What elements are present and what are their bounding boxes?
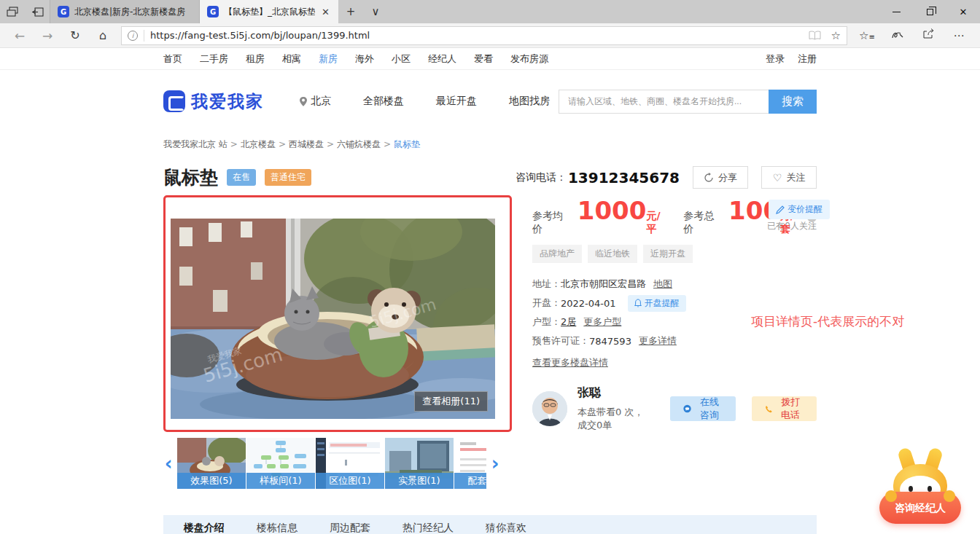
tab-building-info[interactable]: 楼栋信息 <box>257 522 298 534</box>
thumbnail-label: 效果图(5) <box>177 473 246 489</box>
browser-tab-inactive[interactable]: G 北京楼盘|新房-北京新楼盘房 <box>50 0 200 23</box>
field-label: 户型： <box>532 315 561 329</box>
breadcrumb-sep: > <box>279 139 286 149</box>
thumbnail-facility[interactable]: 配套图(1) <box>454 438 486 489</box>
heart-icon: ♡ <box>773 172 782 184</box>
minimize-button[interactable] <box>879 0 913 23</box>
link-all-loupan[interactable]: 全部楼盘 <box>363 95 404 108</box>
thumbnail-real-scene[interactable]: 实景图(1) <box>385 438 454 489</box>
site-logo[interactable]: 我爱我家 <box>163 90 264 113</box>
breadcrumb-item[interactable]: 我爱我家北京 站 <box>163 139 228 149</box>
site-info-icon[interactable]: i <box>128 31 138 41</box>
tab-surroundings[interactable]: 周边配套 <box>330 522 370 534</box>
more-license-link[interactable]: 更多详情 <box>639 334 677 348</box>
nav-xiangyu[interactable]: 相寓 <box>282 52 301 66</box>
field-license: 预售许可证： 7847593 更多详情 <box>532 331 817 350</box>
back-button[interactable]: ← <box>6 28 34 43</box>
agent-avatar[interactable] <box>532 391 567 426</box>
breadcrumb-item[interactable]: 西城楼盘 <box>289 139 324 149</box>
nav-ershoufang[interactable]: 二手房 <box>200 52 228 66</box>
set-tabs-aside-icon[interactable] <box>25 0 50 23</box>
open-alert-button[interactable]: 开盘提醒 <box>628 295 686 312</box>
address-value: 北京市朝阳区宏昌路 <box>561 278 646 291</box>
refresh-button[interactable]: ↻ <box>61 28 89 42</box>
section-tab-bar: 楼盘介绍 楼栋信息 周边配套 热门经纪人 猜你喜欢 <box>163 515 817 534</box>
divider <box>144 30 144 42</box>
avg-price-label: 参考均价 <box>532 210 573 236</box>
breadcrumb-item[interactable]: 六铺炕楼盘 <box>337 139 381 149</box>
page-title: 鼠标垫 <box>163 165 218 189</box>
call-phone-button[interactable]: 拨打电话 <box>752 396 817 421</box>
share-button[interactable]: 分享 <box>693 166 748 189</box>
nav-zufang[interactable]: 租房 <box>246 52 265 66</box>
web-note-pen-icon[interactable] <box>882 29 913 42</box>
forward-button[interactable]: → <box>34 28 61 43</box>
site-favicon: G <box>207 6 219 17</box>
favorites-hub-icon[interactable]: ☆≡ <box>852 29 882 42</box>
link-recent-open[interactable]: 最近开盘 <box>436 95 477 108</box>
thumbnail-location[interactable]: 区位图(1) <box>316 438 384 489</box>
thumbnail-model-room[interactable]: 样板间(1) <box>246 438 315 489</box>
breadcrumb-current: 鼠标垫 <box>394 139 420 149</box>
search-input[interactable] <box>559 90 769 114</box>
more-options-icon[interactable]: ⋯ <box>944 29 974 42</box>
field-label: 地址： <box>532 278 561 291</box>
view-album-button[interactable]: 查看相册(11) <box>414 391 488 412</box>
carousel-next-icon[interactable]: › <box>490 454 500 473</box>
online-chat-button[interactable]: 在线咨询 <box>670 396 736 421</box>
url-text[interactable]: https://fang-test.5i5j.com/bj/loupan/139… <box>150 30 803 41</box>
mascot-paw <box>944 490 955 502</box>
thumbnail-label: 样板间(1) <box>246 473 315 489</box>
mascot-widget[interactable]: 咨询经纪人 <box>879 448 961 524</box>
layout-value-link[interactable]: 2居 <box>561 315 576 329</box>
nav-home[interactable]: 首页 <box>163 52 182 66</box>
share-label: 分享 <box>718 171 737 184</box>
nav-fabu[interactable]: 发布房源 <box>510 52 548 66</box>
more-detail-link[interactable]: 查看更多楼盘详情 <box>532 356 608 369</box>
price-alert-button[interactable]: 变价提醒 <box>769 200 830 219</box>
tab-list-chevron-icon[interactable]: ∨ <box>363 0 388 23</box>
agent-photo <box>532 391 567 426</box>
thumbnail-effect[interactable]: 效果图(5) <box>177 438 246 489</box>
tab-loupan-intro[interactable]: 楼盘介绍 <box>184 522 225 534</box>
tab-hot-agents[interactable]: 热门经纪人 <box>402 522 454 534</box>
thumbnail-carousel: ‹ 效果图(5) <box>163 438 500 489</box>
breadcrumb-item[interactable]: 北京楼盘 <box>241 139 276 149</box>
reading-view-icon[interactable] <box>809 31 821 40</box>
login-link[interactable]: 登录 <box>766 52 785 66</box>
home-button[interactable]: ⌂ <box>89 28 117 42</box>
nav-xiaoqu[interactable]: 小区 <box>392 52 411 66</box>
favorite-star-icon[interactable]: ☆ <box>831 29 841 42</box>
new-tab-button[interactable]: + <box>338 0 363 23</box>
thumbnail-label: 区位图(1) <box>316 473 384 489</box>
url-bar[interactable]: i https://fang-test.5i5j.com/bj/loupan/1… <box>121 26 847 45</box>
city-selector[interactable]: 北京 <box>299 95 331 108</box>
nav-xinfang[interactable]: 新房 <box>319 52 338 66</box>
restore-button[interactable] <box>913 0 946 23</box>
close-button[interactable]: ✕ <box>946 0 980 23</box>
link-map-search[interactable]: 地图找房 <box>509 95 550 108</box>
follow-button[interactable]: ♡ 关注 <box>761 166 817 189</box>
nav-jingjiren[interactable]: 经纪人 <box>428 52 456 66</box>
follow-label: 关注 <box>786 171 805 184</box>
tab-recommendations[interactable]: 猜你喜欢 <box>486 522 526 534</box>
mascot-eye <box>909 486 913 492</box>
nav-haiwai[interactable]: 海外 <box>355 52 374 66</box>
nav-aikan[interactable]: 爱看 <box>474 52 493 66</box>
avg-price-unit: 元/平 <box>646 210 670 236</box>
agent-name: 张聪 <box>578 385 650 401</box>
map-link[interactable]: 地图 <box>653 278 672 291</box>
main-photo[interactable]: 5i5j.com 我爱我家 5i5j.com 查看相册(11) <box>171 219 495 419</box>
browser-tab-active[interactable]: G 【鼠标垫】_北京鼠标垫 ✕ <box>200 0 338 23</box>
more-layouts-link[interactable]: 更多户型 <box>583 315 621 329</box>
field-label: 开盘： <box>532 297 561 310</box>
status-badge-type: 普通住宅 <box>265 169 311 186</box>
tab-close-icon[interactable]: ✕ <box>320 7 331 17</box>
register-link[interactable]: 注册 <box>798 52 817 66</box>
carousel-prev-icon[interactable]: ‹ <box>163 454 174 473</box>
tab-preview-icon[interactable] <box>0 0 25 23</box>
call-phone-label: 拨打电话 <box>777 396 804 422</box>
search-button[interactable]: 搜索 <box>769 90 817 114</box>
thumbnail-label: 实景图(1) <box>385 473 454 489</box>
share-icon[interactable] <box>913 28 944 42</box>
